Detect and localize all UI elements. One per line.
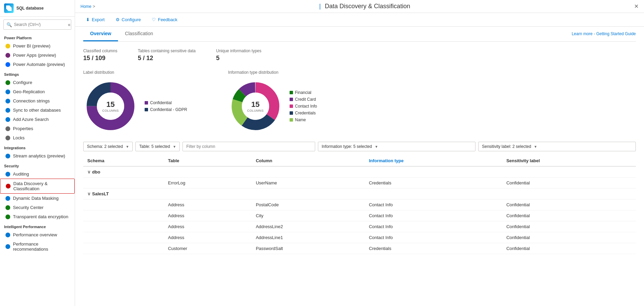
name-color — [290, 118, 293, 122]
power-automate-icon — [5, 62, 10, 67]
legend-name: Name — [290, 117, 317, 122]
sidebar-item-power-automate[interactable]: Power Automate (preview) — [0, 60, 75, 69]
collapse-button[interactable]: « — [67, 21, 71, 28]
geo-icon — [5, 89, 10, 94]
contact-info-color — [290, 105, 293, 108]
perf-rec-icon — [5, 244, 10, 249]
table-group-row: ∨SalesLT — [83, 189, 636, 199]
section-settings: Settings — [0, 69, 75, 78]
table-row[interactable]: Address AddressLine1 Contact Info Confid… — [83, 232, 636, 243]
content-area: Overview Classification Learn more - Get… — [75, 27, 644, 306]
sidebar-item-power-bi[interactable]: Power BI (preview) — [0, 41, 75, 51]
sidebar-header: SQL database — [0, 0, 75, 17]
table-row[interactable]: ErrorLog UserName Credentials Confidenti… — [83, 178, 636, 189]
label-donut-center: 15 COLUMNS — [102, 100, 119, 112]
sync-icon — [5, 108, 10, 113]
label-donut: 15 COLUMNS — [83, 79, 138, 134]
configure-icon: ⚙ — [116, 17, 120, 22]
cell-table: Address — [164, 210, 252, 221]
charts-row: Label distribution 15 COLUMNS — [83, 70, 636, 134]
cell-info-type: Contact Info — [365, 210, 502, 221]
cell-info-type: Contact Info — [365, 232, 502, 243]
discovery-icon — [6, 184, 11, 189]
cell-sensitivity: Confidential — [502, 221, 636, 232]
column-filter-input[interactable] — [182, 142, 315, 151]
sidebar-item-stream-analytics[interactable]: Stream analytics (preview) — [0, 151, 75, 161]
learn-more-link[interactable]: Learn more - Getting Started Guide — [572, 27, 636, 41]
cell-info-type: Contact Info — [365, 221, 502, 232]
search-icon: 🔍 — [6, 22, 12, 27]
breadcrumb[interactable]: Home > — [80, 4, 95, 9]
legend-credentials: Credentials — [290, 111, 317, 115]
info-type-chart: Information type distribution — [228, 70, 317, 134]
sidebar-item-geo-replication[interactable]: Geo-Replication — [0, 87, 75, 96]
sidebar-item-configure[interactable]: Configure — [0, 78, 75, 87]
cell-column: PostalCode — [252, 199, 365, 210]
top-bar: Home > Data Discovery & Classification ✕ — [75, 0, 644, 13]
financial-color — [290, 91, 293, 94]
auditing-icon — [5, 172, 10, 177]
search-box[interactable]: 🔍 « — [3, 19, 71, 30]
masking-icon — [5, 196, 10, 201]
section-power-platform: Power Platform — [0, 32, 75, 41]
schema-chevron-icon: ▼ — [126, 145, 129, 149]
table-row[interactable]: Address PostalCode Contact Info Confiden… — [83, 199, 636, 210]
cell-info-type: Credentials — [365, 178, 502, 189]
info-type-filter[interactable]: Information type: 5 selected ▼ — [318, 142, 475, 151]
performance-icon — [5, 233, 10, 237]
table-row[interactable]: Address AddressLine2 Contact Info Confid… — [83, 221, 636, 232]
cell-column: City — [252, 210, 365, 221]
sidebar-item-tde[interactable]: Transparent data encryption — [0, 212, 75, 221]
tab-overview[interactable]: Overview — [83, 27, 118, 41]
sidebar-item-sync-databases[interactable]: Sync to other databases — [0, 106, 75, 115]
legend-item-confidential-gdpr: Confidential - GDPR — [145, 107, 187, 112]
cell-table: Address — [164, 199, 252, 210]
cell-table: Address — [164, 221, 252, 232]
security-icon — [5, 205, 10, 210]
page-title: Data Discovery & Classification — [98, 3, 631, 10]
sidebar-item-dynamic-masking[interactable]: Dynamic Data Masking — [0, 194, 75, 203]
schema-filter[interactable]: Schema: 2 selected ▼ — [83, 142, 133, 151]
sidebar: SQL database 🔍 « Power Platform Power BI… — [0, 0, 75, 306]
sidebar-item-power-apps[interactable]: Power Apps (preview) — [0, 51, 75, 60]
configure-button[interactable]: ⚙ Configure — [113, 16, 144, 24]
cell-table: ErrorLog — [164, 178, 252, 189]
table-group-row: ∨dbo — [83, 166, 636, 178]
sidebar-item-auditing[interactable]: Auditing — [0, 169, 75, 179]
close-button[interactable]: ✕ — [634, 3, 639, 10]
tab-classification[interactable]: Classification — [118, 27, 160, 41]
table-row[interactable]: Customer PasswordSalt Credentials Confid… — [83, 243, 636, 254]
search-input[interactable] — [14, 22, 65, 27]
cell-column: UserName — [252, 178, 365, 189]
info-legend: Financial Credit Card Contact Info — [290, 90, 317, 122]
sidebar-item-performance-overview[interactable]: Performance overview — [0, 230, 75, 239]
sidebar-item-connection-strings[interactable]: Connection strings — [0, 96, 75, 106]
sidebar-item-azure-search[interactable]: Add Azure Search — [0, 115, 75, 124]
cell-sensitivity: Confidential — [502, 178, 636, 189]
export-button[interactable]: ⬇ Export — [83, 16, 107, 24]
cell-table: Address — [164, 232, 252, 243]
sidebar-item-locks[interactable]: Locks — [0, 133, 75, 142]
cell-schema — [83, 210, 164, 221]
locks-icon — [5, 136, 10, 140]
table-row[interactable]: Address City Contact Info Confidential — [83, 210, 636, 221]
section-integrations: Integrations — [0, 142, 75, 151]
sidebar-item-security-center[interactable]: Security Center — [0, 203, 75, 212]
col-header-table: Table — [164, 155, 252, 166]
tabs-bar: Overview Classification Learn more - Get… — [83, 27, 636, 42]
info-donut: 15 COLUMNS — [228, 79, 283, 134]
legend-contact-info: Contact Info — [290, 104, 317, 109]
sensitivity-filter[interactable]: Sensitivity label: 2 selected ▼ — [478, 142, 636, 151]
confidential-gdpr-color — [145, 108, 148, 111]
sidebar-item-properties[interactable]: Properties — [0, 124, 75, 133]
label-distribution-chart: Label distribution 15 COLUMNS — [83, 70, 187, 134]
sidebar-item-performance-recommendations[interactable]: Performance recommendations — [0, 239, 75, 254]
table-filter[interactable]: Table: 5 selected ▼ — [135, 142, 180, 151]
stream-icon — [5, 154, 10, 158]
credit-card-color — [290, 98, 293, 101]
sidebar-item-data-discovery[interactable]: Data Discovery & Classification — [0, 179, 75, 194]
feedback-button[interactable]: ♡ Feedback — [149, 16, 180, 24]
col-header-column: Column — [252, 155, 365, 166]
cell-column: AddressLine2 — [252, 221, 365, 232]
credentials-color — [290, 111, 293, 115]
